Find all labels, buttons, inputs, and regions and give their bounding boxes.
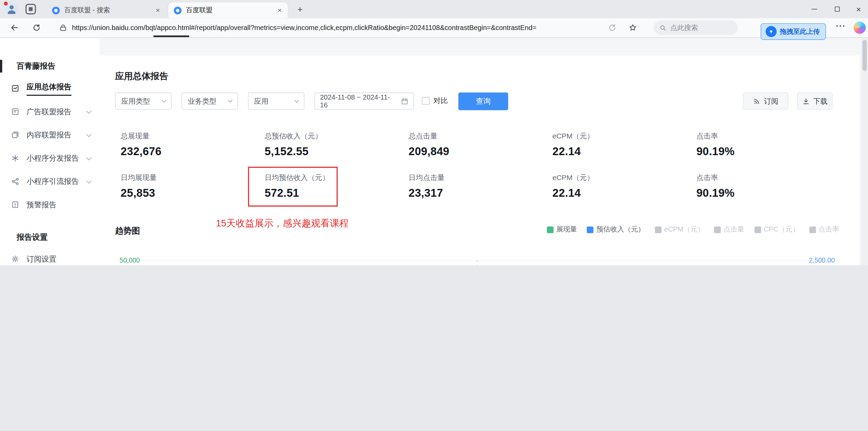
sidebar-item[interactable]: 广告联盟报告 bbox=[0, 100, 100, 123]
legend-swatch bbox=[587, 226, 593, 233]
browser-search-input[interactable]: 点此搜索 bbox=[654, 20, 738, 35]
stat-cell: 总展现量232,676 bbox=[121, 131, 259, 158]
new-tab-button[interactable]: + bbox=[294, 4, 305, 15]
stat-value: 90.19% bbox=[696, 187, 835, 199]
tab-close-icon[interactable]: × bbox=[154, 6, 162, 14]
browser-window: 百度联盟 - 搜索 × 百度联盟 × + × https://union.bai… bbox=[0, 0, 868, 265]
window-minimize-button[interactable] bbox=[805, 0, 824, 18]
legend-item[interactable]: 点击率 bbox=[809, 225, 839, 234]
sidebar-item[interactable]: 订阅设置 bbox=[0, 248, 100, 265]
browser-tab-2-active[interactable]: 百度联盟 × bbox=[168, 2, 288, 18]
tab-title: 百度联盟 bbox=[186, 5, 272, 15]
address-bar[interactable]: https://union.baidu.com/bqt/appco.html#/… bbox=[72, 24, 536, 32]
stat-cell: 总预估收入（元）5,152.55 bbox=[264, 131, 403, 158]
stat-cell: eCPM（元）22.14 bbox=[552, 173, 691, 199]
favorite-star-icon[interactable] bbox=[628, 23, 637, 32]
download-icon bbox=[802, 97, 810, 105]
browser-toolbar: https://union.baidu.com/bqt/appco.html#/… bbox=[0, 18, 868, 38]
stat-label: 日均展现量 bbox=[121, 173, 259, 183]
miniapp-distribution-report-icon bbox=[11, 154, 20, 163]
app-type-select[interactable]: 应用类型 bbox=[115, 92, 172, 109]
tab-strip: 百度联盟 - 搜索 × 百度联盟 × + × bbox=[0, 0, 868, 18]
browser-menu-icon[interactable]: ··· bbox=[836, 21, 846, 31]
stat-cell: 日均点击量23,317 bbox=[409, 173, 547, 199]
tab-close-icon[interactable]: × bbox=[276, 6, 284, 14]
tab-favicon bbox=[174, 6, 182, 14]
sync-page-icon[interactable] bbox=[608, 23, 617, 32]
stat-cell: eCPM（元）22.14 bbox=[552, 131, 691, 158]
refresh-icon[interactable] bbox=[32, 23, 41, 32]
query-button[interactable]: 查询 bbox=[458, 92, 508, 110]
stat-value: 22.14 bbox=[552, 187, 691, 199]
checkbox-box[interactable] bbox=[422, 97, 430, 105]
window-close-button[interactable]: × bbox=[849, 0, 868, 18]
sidebar-item[interactable]: 小程序分发报告 bbox=[0, 147, 100, 170]
svg-text:50,000: 50,000 bbox=[120, 256, 140, 264]
highlight-red-box bbox=[248, 167, 338, 207]
stat-value: 25,853 bbox=[121, 187, 259, 199]
legend-item[interactable]: eCPM（元） bbox=[655, 225, 704, 234]
upload-cloud-icon bbox=[765, 26, 776, 37]
stat-value: 22.14 bbox=[552, 145, 691, 158]
page-scrollbar[interactable] bbox=[862, 38, 868, 265]
legend-swatch bbox=[547, 226, 553, 233]
sidebar-item[interactable]: 内容联盟报告 bbox=[0, 123, 100, 147]
biz-type-select[interactable]: 业务类型 bbox=[182, 92, 238, 109]
stat-label: 日均点击量 bbox=[409, 173, 547, 183]
back-icon[interactable] bbox=[10, 23, 19, 32]
drag-upload-overlay[interactable]: 拖拽至此上传 bbox=[761, 23, 826, 40]
legend-swatch bbox=[655, 226, 661, 233]
app-select[interactable]: 应用 bbox=[248, 92, 305, 109]
copilot-icon[interactable] bbox=[854, 21, 866, 34]
search-icon bbox=[659, 24, 667, 31]
chevron-down-icon bbox=[86, 132, 92, 137]
chevron-down-icon bbox=[86, 108, 92, 114]
stat-label: 点击率 bbox=[696, 131, 835, 141]
stat-label: 总点击量 bbox=[409, 131, 547, 141]
legend-item[interactable]: 展现量 bbox=[547, 225, 577, 234]
stat-label: 总预估收入（元） bbox=[264, 131, 403, 141]
ad-union-report-icon bbox=[11, 107, 20, 116]
content-union-report-icon bbox=[11, 131, 20, 139]
stat-value: 232,676 bbox=[121, 145, 259, 158]
stat-cell: 总点击量209,849 bbox=[409, 131, 547, 158]
legend-swatch bbox=[754, 226, 761, 233]
site-info-lock-icon[interactable] bbox=[59, 23, 67, 32]
legend-item[interactable]: CPC（元） bbox=[754, 225, 799, 234]
sidebar-item[interactable]: 应用总体报告 bbox=[0, 77, 100, 100]
window-maximize-button[interactable] bbox=[827, 0, 846, 18]
gear-icon bbox=[11, 255, 20, 264]
sidebar-section-2-items: 订阅设置预警设置 bbox=[0, 248, 100, 265]
date-range-picker[interactable]: 2024-11-08 ~ 2024-11-16 bbox=[315, 92, 414, 109]
browser-tab-1[interactable]: 百度联盟 - 搜索 × bbox=[46, 2, 166, 18]
miniapp-referral-report-icon bbox=[11, 177, 20, 186]
subscribe-button[interactable]: 订阅 bbox=[743, 92, 788, 109]
stat-cell: 点击率90.19% bbox=[696, 131, 835, 158]
workspaces-icon[interactable] bbox=[26, 4, 36, 14]
tab-favicon bbox=[52, 6, 60, 14]
stat-value: 90.19% bbox=[696, 145, 835, 158]
report-card: 应用总体报告 应用类型 业务类型 应用 2024-11-08 ~ 2024-11… bbox=[100, 55, 859, 265]
legend-item[interactable]: 预估收入（元） bbox=[587, 225, 645, 234]
sidebar-item[interactable]: 小程序引流报告 bbox=[0, 170, 100, 193]
stat-label: 点击率 bbox=[696, 173, 835, 183]
loading-progress-indicator bbox=[153, 35, 189, 37]
chart-area: 010,00020,00030,00040,00050,0000500.001,… bbox=[115, 248, 839, 265]
sidebar-section-title: 百青藤报告 bbox=[17, 61, 56, 71]
download-button[interactable]: 下载 bbox=[797, 92, 833, 109]
notification-dot bbox=[4, 2, 7, 5]
contrast-checkbox[interactable]: 对比 bbox=[422, 96, 448, 106]
rss-icon bbox=[753, 97, 761, 105]
trend-chart: 010,00020,00030,00040,00050,0000500.001,… bbox=[115, 248, 839, 265]
chevron-down-icon bbox=[162, 98, 166, 103]
section-marker bbox=[0, 60, 2, 72]
sidebar-item[interactable]: 预警报告 bbox=[0, 193, 100, 217]
stat-label: eCPM（元） bbox=[552, 131, 691, 141]
scrollbar-thumb[interactable] bbox=[863, 40, 867, 71]
sidebar-section-title: 报告设置 bbox=[17, 233, 48, 242]
stat-cell: 日均展现量25,853 bbox=[121, 173, 259, 199]
legend-swatch bbox=[714, 226, 721, 233]
page-content: 百青藤报告 应用总体报告广告联盟报告内容联盟报告小程序分发报告小程序引流报告预警… bbox=[0, 38, 868, 265]
legend-swatch bbox=[809, 226, 816, 233]
legend-item[interactable]: 点击量 bbox=[714, 225, 745, 234]
